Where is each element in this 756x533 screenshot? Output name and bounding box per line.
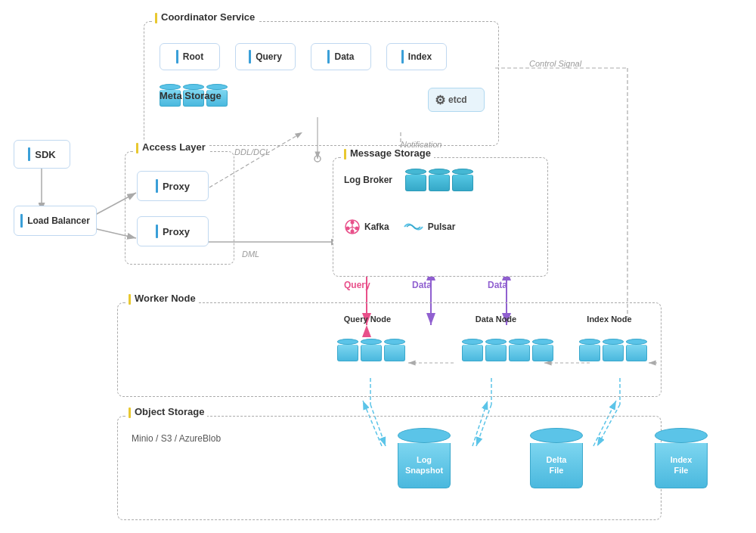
proxy1-label: Proxy — [163, 181, 190, 192]
data-node-cylinders — [462, 339, 553, 361]
meta-storage-label: Meta Storage — [160, 90, 222, 101]
kafka-pulsar-row: Kafka Pulsar — [344, 218, 455, 235]
diagram-container: SDK Load Balancer Coordinator Service Ro… — [0, 0, 756, 533]
svg-point-40 — [355, 227, 359, 231]
query-coord-label: Query — [256, 51, 282, 62]
svg-point-39 — [346, 227, 350, 231]
message-storage-box: Message Storage Log Broker — [333, 157, 548, 277]
log-snapshot-db: LogSnapshot — [398, 428, 451, 488]
load-balancer-label: Load Balancer — [27, 215, 90, 226]
root-card: Root — [160, 43, 220, 70]
index-node-group: Index Node — [579, 315, 647, 361]
index-card: Index — [386, 43, 447, 70]
worker-node-box: Worker Node Query Node Data Node Index N… — [117, 302, 662, 397]
svg-point-17 — [314, 156, 321, 162]
index-node-cylinders — [579, 339, 647, 361]
etcd-badge: ⚙ etcd — [428, 88, 485, 112]
ddl-dcl-text: DDL/DCL — [234, 147, 270, 156]
data-arrow-label1: Data — [412, 280, 432, 290]
data-node-label: Data Node — [462, 315, 530, 324]
query-node-label: Query Node — [337, 315, 398, 324]
worker-node-label: Worker Node — [125, 293, 199, 305]
etcd-label: etcd — [448, 95, 467, 105]
data-coord-label: Data — [334, 51, 354, 62]
kafka-label: Kafka — [364, 222, 389, 232]
data-arrow-label2: Data — [488, 280, 507, 290]
sdk-card: SDK — [14, 140, 70, 169]
query-arrow-label: Query — [344, 280, 370, 290]
pulsar-label: Pulsar — [428, 222, 456, 232]
query-card: Query — [235, 43, 296, 70]
index-node-label: Index Node — [579, 315, 640, 324]
dml-text: DML — [242, 249, 259, 259]
pulsar-icon-group: Pulsar — [403, 220, 456, 234]
load-balancer-card: Load Balancer — [14, 206, 97, 236]
svg-point-37 — [351, 221, 355, 225]
log-broker-cylinders — [405, 169, 473, 191]
query-node-cylinders — [337, 339, 405, 361]
query-node-group: Query Node — [337, 315, 405, 361]
log-broker-label: Log Broker — [344, 175, 392, 185]
kafka-icon-group: Kafka — [344, 218, 389, 235]
control-signal-text: Control Signal — [529, 59, 581, 68]
data-node-group: Data Node — [462, 315, 553, 361]
object-storage-label: Object Storage — [125, 406, 207, 418]
object-storage-subtitle: Minio / S3 / AzureBlob — [132, 433, 221, 444]
index-file-db: IndexFile — [655, 428, 708, 488]
root-label: Root — [183, 51, 203, 62]
proxy1-card: Proxy — [137, 171, 209, 201]
index-coord-label: Index — [408, 51, 432, 62]
data-card: Data — [311, 43, 371, 70]
svg-point-38 — [351, 230, 355, 234]
proxy2-card: Proxy — [137, 216, 209, 246]
delta-file-db: DeltaFile — [530, 428, 583, 488]
coordinator-service-label: Coordinator Service — [152, 11, 258, 23]
access-layer-box: Access Layer Proxy Proxy — [125, 151, 234, 265]
proxy2-label: Proxy — [163, 226, 190, 237]
access-layer-label: Access Layer — [133, 141, 209, 153]
sdk-label: SDK — [35, 149, 55, 160]
message-storage-label: Message Storage — [341, 147, 434, 160]
object-storage-box: Object Storage Minio / S3 / AzureBlob Lo… — [117, 416, 662, 520]
coordinator-service-box: Coordinator Service Root Query Data Inde… — [144, 21, 499, 146]
